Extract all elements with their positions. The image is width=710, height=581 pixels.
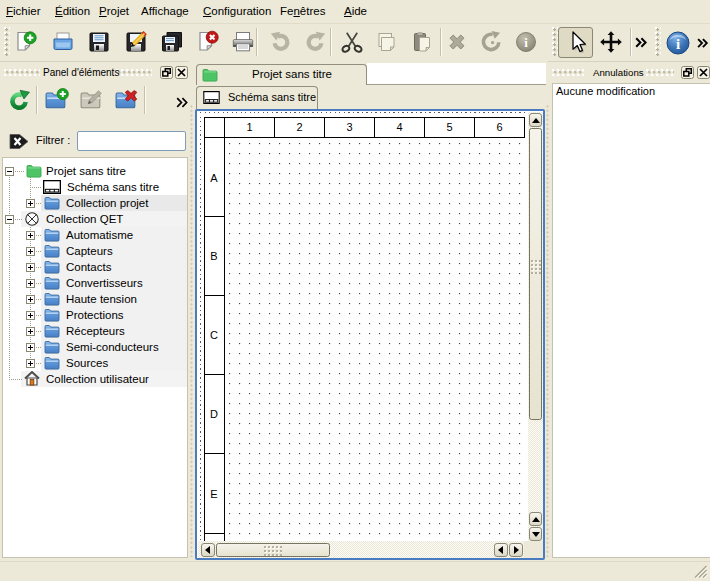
- svg-text:i: i: [676, 36, 680, 52]
- svg-text:i: i: [524, 35, 528, 50]
